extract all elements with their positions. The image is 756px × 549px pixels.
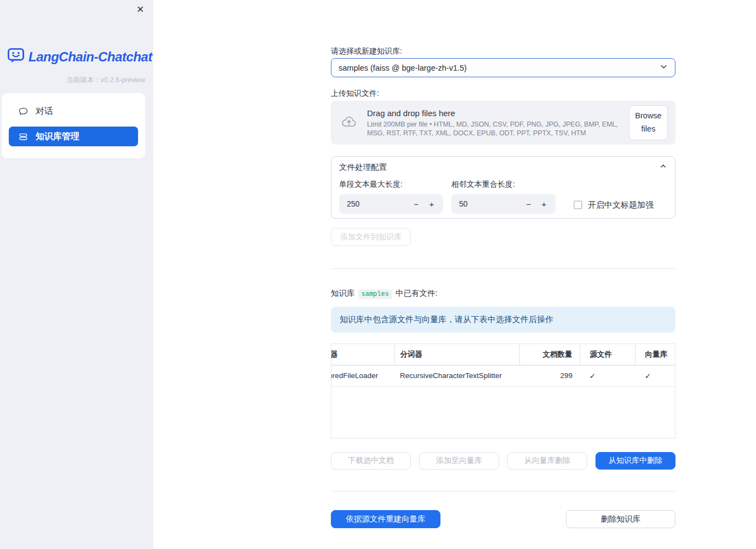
cloud-upload-icon [340, 113, 358, 132]
version-value: v0.2.6-preview [101, 76, 145, 84]
overlap-size-increment-button[interactable]: + [540, 200, 548, 208]
table-row[interactable]: UnstructuredFileLoader RecursiveCharacte… [331, 365, 675, 386]
col-header-vectorstore[interactable]: 向量库 [635, 344, 675, 365]
sidebar-menu: 对话 知识库管理 [2, 93, 145, 158]
chunk-size-increment-button[interactable]: + [428, 200, 436, 208]
chunk-size-field: 单段文本最大长度: 250 − + [339, 179, 443, 214]
info-alert-text: 知识库中包含源文件与向量库，请从下表中选择文件后操作 [340, 314, 553, 325]
info-alert: 知识库中包含源文件与向量库，请从下表中选择文件后操作 [331, 307, 675, 333]
version-line: 当前版本：v0.2.6-preview [66, 76, 145, 85]
overlap-size-input[interactable]: 50 − + [451, 194, 555, 214]
chunk-size-decrement-button[interactable]: − [413, 200, 420, 208]
kb-select-value: samples (faiss @ bge-large-zh-v1.5) [339, 64, 659, 72]
dropzone-text: Drag and drop files here Limit 200MB per… [367, 108, 620, 138]
version-label: 当前版本： [66, 76, 101, 84]
files-table-grid: 文档加载器 分词器 文档数量 源文件 向量库 UnstructuredFileL… [331, 344, 675, 387]
sidebar-item-label: 知识库管理 [36, 131, 79, 142]
sidebar: ✕ LangChain-Chatchat 当前版本：v0.2.6-preview [0, 0, 153, 549]
expander-body: 单段文本最大长度: 250 − + 相邻文本重合长度: 50 − + [331, 173, 675, 214]
expander-title: 文件处理配置 [339, 162, 387, 173]
collection-icon [18, 131, 28, 142]
col-header-source-file[interactable]: 源文件 [580, 344, 635, 365]
chunk-size-value: 250 [347, 199, 405, 208]
brand: LangChain-Chatchat [7, 47, 152, 66]
chunk-size-input[interactable]: 250 − + [339, 194, 443, 214]
table-header-row: 文档加载器 分词器 文档数量 源文件 向量库 [331, 344, 675, 365]
brand-logo-icon [7, 47, 25, 66]
delete-kb-button[interactable]: 删除知识库 [566, 510, 675, 528]
download-selected-button[interactable]: 下载选中文档 [331, 452, 411, 470]
cell-source-file-check: ✓ [580, 365, 635, 386]
delete-from-vectorstore-button[interactable]: 从向量库删除 [507, 452, 587, 470]
browse-files-button[interactable]: Browse files [629, 105, 668, 140]
sidebar-item-label: 对话 [36, 106, 53, 117]
content-column: 请选择或新建知识库: samples (faiss @ bge-large-zh… [331, 0, 675, 528]
files-table[interactable]: 文档加载器 分词器 文档数量 源文件 向量库 UnstructuredFileL… [331, 344, 675, 438]
dropzone-title: Drag and drop files here [367, 108, 620, 118]
col-header-splitter[interactable]: 分词器 [394, 344, 519, 365]
kb-selectbox[interactable]: samples (faiss @ bge-large-zh-v1.5) [331, 58, 675, 77]
file-actions-row: 下载选中文档 添加至向量库 从向量库删除 从知识库中删除 [331, 452, 675, 470]
add-files-to-kb-button[interactable]: 添加文件到知识库 [331, 228, 411, 246]
kb-select-label: 请选择或新建知识库: [331, 45, 675, 56]
col-header-doc-count[interactable]: 文档数量 [519, 344, 580, 365]
expander-header[interactable]: 文件处理配置 [331, 157, 675, 173]
cell-loader: UnstructuredFileLoader [331, 365, 394, 386]
overlap-size-label: 相邻文本重合长度: [451, 179, 555, 190]
kb-actions-row: 依据源文件重建向量库 删除知识库 [331, 510, 675, 528]
kb-files-suffix: 中已有文件: [396, 289, 438, 298]
cell-splitter: RecursiveCharacterTextSplitter [394, 365, 519, 386]
dropzone-limit: Limit 200MB per file • HTML, MD, JSON, C… [367, 120, 620, 138]
file-dropzone[interactable]: Drag and drop files here Limit 200MB per… [331, 101, 675, 145]
app-root: ✕ LangChain-Chatchat 当前版本：v0.2.6-preview [0, 0, 756, 549]
overlap-size-value: 50 [459, 199, 517, 208]
brand-name: LangChain-Chatchat [28, 49, 152, 65]
kb-files-prefix: 知识库 [331, 289, 355, 298]
col-header-loader[interactable]: 文档加载器 [331, 344, 394, 365]
divider [331, 268, 675, 269]
zh-title-enhance-label: 开启中文标题加强 [588, 200, 654, 210]
overlap-size-decrement-button[interactable]: − [525, 200, 532, 208]
cell-doc-count: 299 [519, 365, 580, 386]
cell-vectorstore-check: ✓ [635, 365, 675, 386]
zh-title-enhance-row[interactable]: 开启中文标题加强 [574, 199, 654, 210]
file-config-expander: 文件处理配置 单段文本最大长度: 250 − + [331, 156, 675, 219]
chevron-up-icon [659, 162, 667, 173]
upload-label: 上传知识文件: [331, 88, 675, 99]
zh-title-enhance-checkbox[interactable] [574, 201, 582, 209]
kb-files-heading: 知识库samples中已有文件: [331, 287, 675, 299]
kb-name-code: samples [358, 289, 392, 299]
divider [331, 491, 675, 491]
add-to-vectorstore-button[interactable]: 添加至向量库 [419, 452, 499, 470]
rebuild-vectorstore-button[interactable]: 依据源文件重建向量库 [331, 510, 440, 528]
sidebar-item-kb-management[interactable]: 知识库管理 [9, 127, 138, 146]
chevron-down-icon [659, 62, 668, 73]
sidebar-item-dialogue[interactable]: 对话 [9, 101, 138, 121]
chat-bubble-icon [18, 106, 28, 117]
sidebar-close-icon[interactable]: ✕ [134, 3, 147, 16]
overlap-size-field: 相邻文本重合长度: 50 − + [451, 179, 555, 214]
chunk-size-label: 单段文本最大长度: [339, 179, 443, 190]
delete-from-kb-button[interactable]: 从知识库中删除 [595, 452, 675, 470]
